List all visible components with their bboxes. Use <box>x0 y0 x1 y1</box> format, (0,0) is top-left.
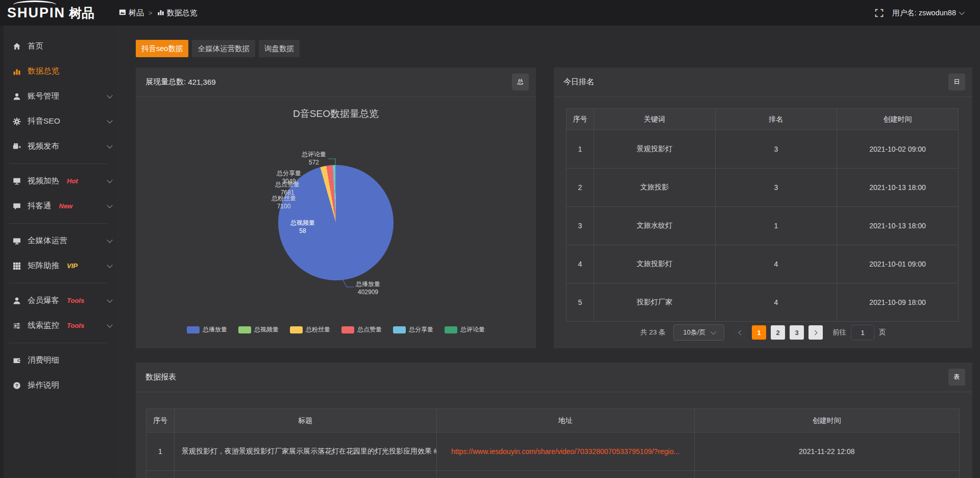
pie-label-name: 总分享量 <box>277 169 301 177</box>
tab-media-ops-data[interactable]: 全媒体运营数据 <box>192 40 255 57</box>
pagination-total: 共 23 条 <box>640 328 666 337</box>
sidebar-item-data-overview[interactable]: 数据总览 <box>0 59 116 84</box>
sidebar-divider <box>9 223 107 224</box>
legend-item[interactable]: 总视频量 <box>238 325 279 334</box>
fullscreen-icon[interactable] <box>875 9 884 17</box>
column-header: 关键词 <box>594 109 715 130</box>
pie-label-name: 总评论量 <box>302 150 326 158</box>
legend-item[interactable]: 总播放量 <box>187 325 227 334</box>
page-size-select[interactable]: 10条/页 <box>673 324 724 341</box>
legend-item[interactable]: 总分享量 <box>393 325 433 334</box>
sidebar-item-badge: Tools <box>67 322 84 329</box>
sidebar-item-operation-guide[interactable]: ?操作说明 <box>0 373 116 398</box>
column-header: 创建时间 <box>694 409 959 433</box>
ranking-panel: 今日排名 日 序号关键词排名创建时间 1景观投影灯32021-10-02 09:… <box>554 67 972 348</box>
tab-douyin-seo-data[interactable]: 抖音seo数据 <box>136 40 188 57</box>
table-row: 5投影灯厂家42021-10-09 18:00 <box>567 283 959 322</box>
table-cell: 4 <box>715 245 837 283</box>
legend-label: 总评论量 <box>460 325 485 334</box>
table-cell: 4 <box>567 245 594 283</box>
report-table-head: 序号标题地址创建时间 <box>146 409 960 433</box>
overview-panel-header: 展现量总数: 421,369 总 <box>136 67 536 97</box>
question-icon: ? <box>13 381 21 390</box>
overview-corner-button[interactable]: 总 <box>512 74 529 90</box>
page-button-1[interactable]: 1 <box>752 325 766 340</box>
video-link[interactable]: https://www.iesdouyin.com/share/video/70… <box>451 447 680 456</box>
breadcrumb-item-current[interactable]: 数据总览 <box>157 8 198 18</box>
sidebar-menu: 首页数据总览账号管理抖音SEO视频发布视频加热Hot抖客通New全媒体运营矩阵助… <box>0 26 116 398</box>
goto-page: 前往 页 <box>832 325 886 340</box>
sidebar-item-label: 账号管理 <box>28 91 59 102</box>
sidebar-item-label: 矩阵助推 <box>28 260 59 271</box>
sidebar-item-label: 抖客通 <box>28 201 52 211</box>
sidebar-item-media-ops[interactable]: 全媒体运营 <box>0 228 116 253</box>
table-cell: 2021-10-13 18:00 <box>837 207 958 245</box>
table-cell: 景观投影灯 <box>594 130 715 169</box>
next-page-button[interactable] <box>808 325 823 340</box>
ranking-corner-button[interactable]: 日 <box>948 74 965 90</box>
prev-page-button[interactable] <box>733 325 747 340</box>
sidebar-item-label: 数据总览 <box>28 66 59 77</box>
sidebar-item-clue-monitor[interactable]: 线索监控Tools <box>0 313 116 338</box>
legend-swatch <box>393 326 406 333</box>
chevron-down-icon <box>959 9 965 15</box>
report-corner-button[interactable]: 表 <box>948 369 965 386</box>
sidebar-item-label: 消费明细 <box>28 355 59 366</box>
report-table: 序号标题地址创建时间 1景观投影灯，夜游景观投影灯厂家展示展示落花灯在花园里的灯… <box>146 409 960 478</box>
sidebar-item-douyin-seo[interactable]: 抖音SEO <box>0 109 116 134</box>
legend-item[interactable]: 总粉丝量 <box>290 325 330 334</box>
column-header: 序号 <box>146 409 175 433</box>
chevron-down-icon <box>107 142 112 148</box>
sidebar-item-label: 视频加热 <box>28 176 59 186</box>
sidebar-divider <box>9 343 107 343</box>
table-cell: 文旅水纹灯 <box>594 207 715 245</box>
ranking-table: 序号关键词排名创建时间 1景观投影灯32021-10-02 09:002文旅投影… <box>566 108 959 322</box>
sidebar-item-video-heat[interactable]: 视频加热Hot <box>0 169 116 194</box>
sidebar-item-matrix-boost[interactable]: 矩阵助推VIP <box>0 253 116 278</box>
sidebar-item-douketong[interactable]: 抖客通New <box>0 194 116 219</box>
goto-unit-label: 页 <box>879 328 886 337</box>
tab-inquiry-data[interactable]: 询盘数据 <box>259 40 300 57</box>
table-row: 4文旅投影灯42021-10-01 09:00 <box>567 245 959 283</box>
report-table-body: 1景观投影灯，夜游景观投影灯厂家展示展示落花灯在花园里的灯光投影应用效果 #ht… <box>146 433 960 478</box>
sidebar-item-label: 视频发布 <box>28 141 59 152</box>
sidebar-item-badge: Hot <box>67 177 78 185</box>
table-row: 2文旅投影32021-10-13 18:00 <box>567 169 959 207</box>
page-button-3[interactable]: 3 <box>790 325 804 340</box>
page-button-2[interactable]: 2 <box>771 325 785 340</box>
table-cell <box>694 471 959 478</box>
app-icon <box>119 9 126 17</box>
gear-icon <box>13 117 21 126</box>
user-icon <box>13 92 21 101</box>
pie-label: 总播放量402909 <box>356 280 380 296</box>
legend-item[interactable]: 总评论量 <box>445 325 485 334</box>
table-cell <box>146 471 175 478</box>
report-panel: 数据报表 表 序号标题地址创建时间 1景观投影灯，夜游景观投影灯厂家展示展示落花… <box>136 363 972 478</box>
column-header: 创建时间 <box>837 109 958 130</box>
breadcrumb-item-home[interactable]: 树品 <box>119 8 144 18</box>
pie-label-value: 402909 <box>356 288 380 296</box>
sidebar-item-account[interactable]: 账号管理 <box>0 84 116 109</box>
chevron-down-icon <box>107 297 112 302</box>
sidebar-item-member-tools[interactable]: 会员爆客Tools <box>0 288 116 313</box>
table-cell: 3 <box>715 130 837 169</box>
table-row: 1景观投影灯32021-10-02 09:00 <box>567 130 959 169</box>
home-icon <box>13 42 21 51</box>
sidebar-item-video-publish[interactable]: 视频发布 <box>0 134 116 159</box>
goto-label: 前往 <box>832 328 846 337</box>
sidebar-item-badge: New <box>59 202 73 210</box>
sidebar-item-home[interactable]: 首页 <box>0 34 116 59</box>
goto-page-input[interactable] <box>851 325 874 340</box>
logo-cn-text: 树品 <box>69 5 94 21</box>
camera-icon <box>13 142 21 151</box>
legend-swatch <box>341 326 354 333</box>
chevron-down-icon <box>710 329 716 334</box>
user-menu[interactable]: 用户名: zswodun88 <box>892 8 963 18</box>
table-cell-url: https://www.iesdouyin.com/share/video/70… <box>436 433 694 471</box>
data-tabs: 抖音seo数据全媒体运营数据询盘数据 <box>136 40 300 57</box>
table-cell: 4 <box>715 283 837 322</box>
sidebar-item-expense-detail[interactable]: 消费明细 <box>0 348 116 373</box>
table-cell: 3 <box>715 169 837 207</box>
legend-item[interactable]: 总点赞量 <box>341 325 382 334</box>
ranking-table-head: 序号关键词排名创建时间 <box>567 109 959 130</box>
